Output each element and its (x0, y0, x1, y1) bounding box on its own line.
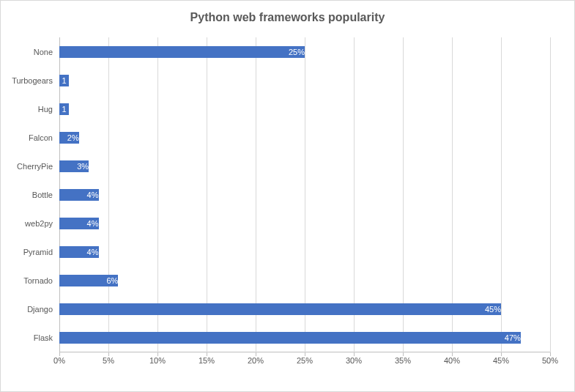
bar-row: 4% (59, 238, 550, 267)
x-tick-label: 0% (53, 356, 65, 365)
bar-value-label: 45% (485, 305, 501, 314)
y-tick-label: Hug (38, 105, 53, 114)
bar-row: 3% (59, 152, 550, 180)
y-tick-label: Django (27, 305, 53, 314)
x-tick-label: 20% (248, 356, 264, 365)
bar-row: 4% (59, 210, 550, 238)
grid-line (550, 37, 551, 352)
y-tick-label: web2py (25, 219, 53, 228)
y-tick-label: Turbogears (12, 76, 53, 85)
bar-row: 45% (59, 295, 550, 324)
plot-area: 47%45%6%4%4%4%3%2%1125% (59, 37, 550, 352)
bar-value-label: 25% (289, 48, 305, 56)
bar (59, 46, 305, 58)
bar-value-label: 4% (87, 248, 99, 256)
x-tick-label: 35% (395, 356, 411, 365)
bar-value-label: 47% (505, 333, 521, 342)
bar-row: 47% (59, 324, 550, 352)
y-tick-label: Bottle (32, 191, 53, 199)
x-tick-label: 50% (542, 356, 558, 365)
x-tick-label: 15% (199, 356, 215, 365)
x-tick-label: 5% (103, 356, 114, 365)
bar-row: 1 (59, 66, 550, 95)
y-tick-label: CherryPie (17, 162, 53, 171)
bar (59, 303, 501, 315)
bar-value-label: 2% (67, 133, 79, 142)
bar-value-label: 4% (87, 191, 99, 199)
bar-row: 25% (59, 37, 550, 66)
x-tick-label: 45% (493, 356, 509, 365)
y-tick-label: None (34, 48, 53, 56)
x-tick-label: 30% (346, 356, 362, 365)
y-tick-label: Tornado (23, 276, 53, 285)
bar-value-label: 4% (87, 219, 99, 228)
x-tick-label: 40% (444, 356, 460, 365)
bar-row: 6% (59, 267, 550, 295)
bar-value-label: 1 (62, 76, 66, 85)
bar (59, 332, 521, 344)
bar-value-label: 1 (62, 105, 66, 114)
x-tick-label: 10% (149, 356, 166, 365)
bar-value-label: 3% (77, 162, 89, 171)
bar-row: 4% (59, 180, 550, 209)
x-tick-label: 25% (297, 356, 313, 365)
chart-title: Python web frameworks popularity (1, 11, 574, 24)
bar-value-label: 6% (106, 276, 118, 285)
chart-container: Python web frameworks popularity 47%45%6… (0, 0, 575, 392)
bar-row: 1 (59, 95, 550, 123)
y-tick-label: Flask (34, 333, 53, 342)
y-tick-label: Pyramid (23, 248, 53, 256)
y-tick-label: Falcon (29, 133, 53, 142)
bar-row: 2% (59, 123, 550, 152)
